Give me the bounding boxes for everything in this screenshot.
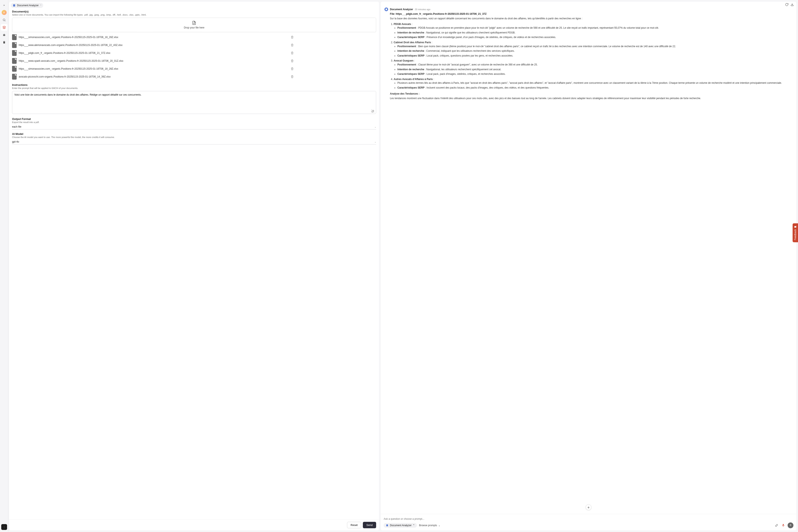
- delete-file-button[interactable]: [290, 35, 294, 39]
- nav-item-current[interactable]: [1, 24, 7, 31]
- trash-icon: [291, 59, 293, 62]
- search-button[interactable]: [1, 17, 7, 23]
- message-sender: Document Analyzer: [390, 8, 413, 11]
- report-bullet: Intention de recherche : Navigational, c…: [397, 31, 793, 35]
- report-bullet: Intention de recherche : Navigational, l…: [397, 68, 793, 72]
- report-bullet: Positionnement : Bien que moins bien cla…: [397, 44, 793, 49]
- avatar-button[interactable]: A: [1, 9, 7, 16]
- file-row: https___pdgb.com_fr_-organic.Positions-f…: [12, 50, 376, 56]
- delete-file-button[interactable]: [290, 75, 294, 79]
- composer-chip-label: Document Analyzer: [390, 524, 412, 527]
- wand-icon: [775, 524, 778, 527]
- documents-title: Document(s): [12, 10, 376, 13]
- file-icon: [12, 58, 17, 64]
- microphone-icon: [782, 524, 785, 527]
- clipboard-icon: [2, 41, 6, 44]
- file-dropzone[interactable]: Drop your file here: [12, 18, 376, 32]
- feedback-tab[interactable]: Feedback: [793, 223, 798, 242]
- delete-file-button[interactable]: [290, 67, 294, 71]
- ask-input[interactable]: [384, 516, 794, 522]
- file-row: https___www.spark-avocats.com_-organic.P…: [12, 58, 376, 64]
- delete-file-button[interactable]: [290, 51, 294, 55]
- send-button[interactable]: Send: [363, 522, 376, 528]
- microphone-button[interactable]: [781, 523, 785, 528]
- nav-item-clipboard[interactable]: [1, 39, 7, 46]
- message-timestamp: 20 minutes ago: [415, 8, 430, 11]
- report-bullet: Positionnement : Classé 8ème pour le mot…: [397, 63, 793, 67]
- file-icon: [12, 34, 17, 40]
- report-bullet: Caractéristiques SERP : Incluent souvent…: [397, 86, 793, 90]
- svg-line-1: [5, 21, 5, 21]
- message-intro: Sur la base des données fournies, voici …: [390, 17, 793, 21]
- arrow-up-icon: [789, 524, 792, 527]
- svg-rect-8: [4, 41, 4, 42]
- instructions-title: Instructions: [12, 83, 376, 87]
- report-bullet: Plusieurs autres termes liés au droit de…: [397, 81, 793, 85]
- report-item: Avocat Gueguen :Positionnement : Classé …: [394, 59, 793, 76]
- instructions-subtitle: Enter the prompt that will be applied to…: [12, 87, 376, 89]
- magic-wand-button[interactable]: [371, 110, 375, 113]
- left-nav-rail: » A ⋮: [0, 0, 8, 532]
- download-button[interactable]: [791, 3, 794, 6]
- message-file-line: File: https___pdgb.com_fr_-organic.Posit…: [390, 13, 793, 15]
- scroll-down-button[interactable]: [586, 505, 591, 510]
- svg-rect-9: [13, 4, 15, 7]
- file-name: https___pdgb.com_fr_-organic.Positions-f…: [19, 51, 288, 55]
- svg-point-0: [3, 19, 5, 21]
- refresh-button[interactable]: [785, 3, 788, 6]
- trends-text: Les tendances montrent une fluctuation d…: [390, 96, 793, 100]
- svg-point-4: [3, 35, 4, 35]
- browse-prompts-button[interactable]: Browse prompts ⌄: [419, 524, 440, 527]
- robot-icon: [2, 33, 6, 37]
- file-icon: [12, 42, 17, 48]
- send-message-button[interactable]: [787, 522, 794, 528]
- file-name: avocats-picovschi.com-organic.Positions-…: [19, 75, 288, 78]
- instructions-textarea[interactable]: [12, 91, 376, 114]
- report-item: Autres Avocats d'Affaires à Paris :Plusi…: [394, 77, 793, 90]
- file-name: https___www.spark-avocats.com_-organic.P…: [19, 59, 288, 62]
- wand-button[interactable]: [774, 523, 779, 528]
- reset-button[interactable]: Reset: [347, 522, 361, 528]
- file-list: https___simonassocies.com_-organic.Posit…: [12, 34, 376, 80]
- message-body: Sur la base des données fournies, voici …: [390, 17, 793, 100]
- browse-prompts-label: Browse prompts: [419, 524, 437, 527]
- feedback-label: Feedback: [794, 229, 797, 240]
- trash-icon: [291, 75, 293, 78]
- report-bullet: Caractéristiques SERP : Local pack, crit…: [397, 54, 793, 58]
- user-avatar-icon: A: [2, 10, 7, 15]
- delete-file-button[interactable]: [290, 43, 294, 47]
- trash-icon: [291, 44, 293, 46]
- output-format-title: Output Format: [12, 117, 376, 120]
- chevron-down-icon: ⌄: [375, 141, 376, 143]
- report-bullet: Caractéristiques SERP : Présence d'un kn…: [397, 35, 793, 39]
- svg-rect-14: [386, 525, 388, 526]
- report-item: Cabinet Droit des Affaires Paris :Positi…: [394, 40, 793, 58]
- output-format-select[interactable]: each file ⌄: [12, 125, 376, 130]
- document-icon: [13, 4, 16, 7]
- file-row: https___simonassocies.com_-organic.Posit…: [12, 34, 376, 40]
- documents-subtitle: Select one or more documents. You can im…: [12, 14, 376, 16]
- download-icon: [791, 3, 794, 6]
- file-icon: [12, 50, 17, 56]
- ai-model-title: AI Model: [12, 132, 376, 135]
- ai-model-select[interactable]: gpt-4o ⌄: [12, 140, 376, 145]
- document-icon: [386, 524, 388, 527]
- trash-icon: [291, 36, 293, 39]
- trash-icon: [291, 67, 293, 70]
- trends-title: Analyse des Tendances :: [390, 92, 793, 96]
- chevron-up-icon: ⌃: [40, 4, 42, 7]
- svg-rect-15: [783, 524, 784, 526]
- nav-item-robot[interactable]: [1, 32, 7, 38]
- dropzone-label: Drop your file here: [184, 26, 205, 29]
- chevron-up-icon: ⌃: [413, 524, 415, 527]
- rail-bottom-widget[interactable]: ⋮: [1, 524, 7, 530]
- composer-app-chip[interactable]: Document Analyzer ⌃: [384, 523, 417, 528]
- delete-file-button[interactable]: [290, 59, 294, 63]
- app-chip[interactable]: Document Analyzer ⌃: [11, 3, 43, 8]
- expand-rail-button[interactable]: »: [1, 2, 7, 8]
- file-name: https___simonassocies.com_-organic.Posit…: [19, 36, 288, 39]
- bot-avatar-icon: [384, 7, 388, 11]
- svg-rect-3: [3, 34, 5, 36]
- app-chip-label: Document Analyzer: [17, 4, 39, 7]
- config-pane: Document Analyzer ⌃ Document(s) Select o…: [9, 2, 379, 530]
